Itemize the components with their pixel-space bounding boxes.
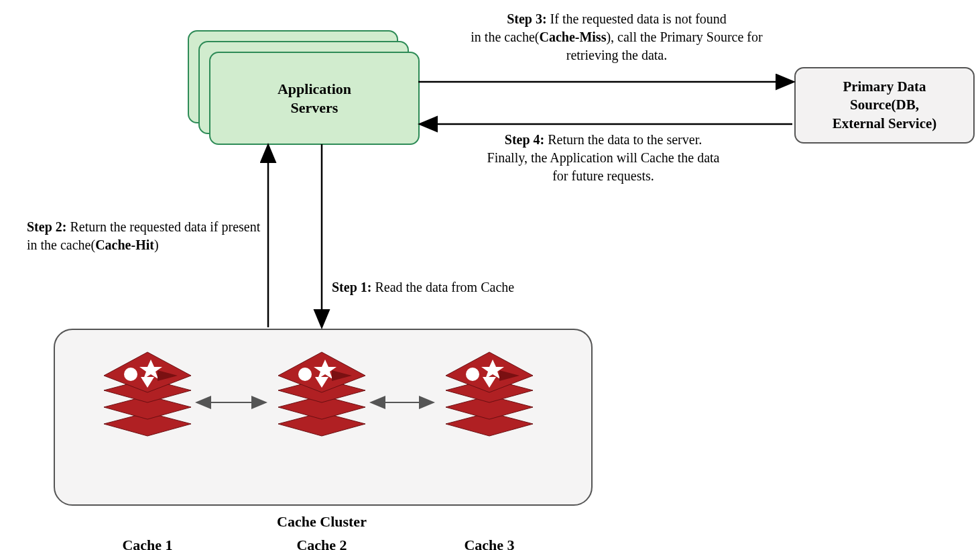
redis-icon <box>261 349 382 439</box>
primary-data-source: Primary DataSource(DB,External Service) <box>794 67 975 144</box>
primary-data-source-label: Primary DataSource(DB,External Service) <box>833 78 937 133</box>
cache-cluster-title: Cache Cluster <box>54 513 590 531</box>
server-card-front: ApplicationServers <box>209 52 420 145</box>
step-2-bold2: Cache-Hit <box>95 237 154 252</box>
step-1-text: Step 1: Read the data from Cache <box>332 278 514 296</box>
svg-point-12 <box>298 368 312 381</box>
svg-point-4 <box>124 368 137 381</box>
step-3-text: Step 3: If the requested data is not fou… <box>429 10 804 64</box>
cache-node-3-label: Cache 3 <box>429 537 550 550</box>
step-2-bold: Step 2: <box>27 219 66 234</box>
redis-icon <box>87 349 208 439</box>
svg-point-20 <box>466 368 479 381</box>
step-2-rest2: ) <box>154 237 159 252</box>
step-3-bold: Step 3: <box>507 11 546 26</box>
step-3-bold2: Cache-Miss <box>539 30 606 44</box>
application-servers-label: ApplicationServers <box>278 80 351 117</box>
application-servers: ApplicationServers <box>188 30 409 144</box>
step-4-text: Step 4: Return the data to the server.Fi… <box>442 131 764 185</box>
cache-node-2-label: Cache 2 <box>261 537 382 550</box>
cache-node-1-label: Cache 1 <box>87 537 208 550</box>
diagram-canvas: ApplicationServers Primary DataSource(DB… <box>0 0 980 550</box>
step-2-text: Step 2: Return the requested data if pre… <box>27 218 261 254</box>
step-1-bold: Step 1: <box>332 280 371 294</box>
step-1-rest: Read the data from Cache <box>371 280 514 294</box>
step-4-bold: Step 4: <box>505 132 544 147</box>
redis-icon <box>429 349 550 439</box>
